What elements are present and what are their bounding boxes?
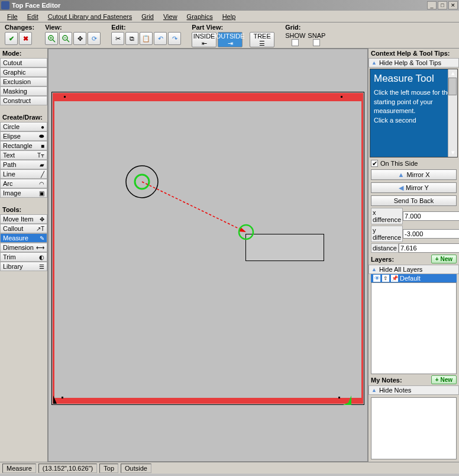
create-image[interactable]: Image▣	[0, 188, 47, 198]
tool-trim[interactable]: Trim◐	[0, 252, 47, 262]
cut-button[interactable]: ✂	[111, 32, 124, 45]
arc-icon: ◠	[39, 181, 44, 187]
window-title: Top Face Editor	[12, 2, 427, 9]
layers-list: 👁 ⇧ 📌 Default	[369, 274, 459, 374]
status-coords: (13.152",10.626")	[38, 464, 97, 473]
copy-button[interactable]: ⧉	[125, 32, 138, 45]
lock-icon[interactable]: ⇧	[382, 275, 389, 282]
create-line[interactable]: Line╱	[0, 169, 47, 179]
pin-icon[interactable]: 📌	[391, 275, 398, 282]
on-this-side-checkbox[interactable]: ✔	[371, 160, 378, 167]
create-elipse[interactable]: Elipse⬬	[0, 131, 47, 141]
refresh-view-button[interactable]: ⟳	[88, 32, 101, 45]
layer-name: Default	[400, 275, 421, 282]
rectangle-shape[interactable]	[245, 234, 324, 261]
menu-grid[interactable]: Grid	[137, 12, 159, 21]
grid-snap-checkbox[interactable]	[313, 39, 320, 46]
collapse-up-icon: ▲	[371, 60, 377, 66]
mirror-x-icon: ▲	[398, 171, 405, 178]
mode-exclusion[interactable]: Exclusion	[0, 77, 47, 86]
redo-button[interactable]: ↷	[168, 32, 181, 45]
inside-button[interactable]: INSIDE⇤	[192, 32, 216, 47]
layers-empty-area[interactable]	[371, 282, 457, 374]
tool-library[interactable]: Library☰	[0, 262, 47, 271]
maximize-button[interactable]: □	[438, 1, 447, 9]
toolbar: Changes: ✔ ✖ View: ✥ ⟳ Edit: ✂ ⧉ 📋 ↶ ↷ P…	[0, 22, 459, 49]
tools-header: Tools:	[0, 205, 47, 214]
create-text[interactable]: TextTᴛ	[0, 150, 47, 160]
distance-input[interactable]	[399, 243, 459, 253]
canvas[interactable]	[48, 49, 368, 462]
new-note-button[interactable]: + New	[431, 375, 457, 384]
hide-help-button[interactable]: ▲Hide Help & Tool Tips	[369, 58, 459, 67]
help-box: Measure Tool Click the left mouse for th…	[370, 69, 458, 157]
menu-graphics[interactable]: Graphics	[182, 12, 218, 21]
mode-graphic[interactable]: Graphic	[0, 67, 47, 77]
callout-icon: ↗T	[36, 226, 44, 232]
zoom-in-button[interactable]	[45, 32, 58, 45]
menu-view[interactable]: View	[159, 12, 182, 21]
tree-button[interactable]: TREE☰	[250, 32, 274, 47]
tool-move-item[interactable]: Move Item✥	[0, 214, 47, 224]
image-icon: ▣	[39, 190, 44, 197]
create-header: Create/Draw:	[0, 112, 47, 122]
tool-callout[interactable]: Callout↗T	[0, 224, 47, 233]
hide-layers-button[interactable]: ▲Hide All Layers	[369, 265, 459, 274]
cancel-button[interactable]: ✖	[19, 32, 32, 45]
mirror-y-button[interactable]: ◀Mirror Y	[371, 182, 457, 193]
outside-button[interactable]: OUTSIDE⇥	[218, 32, 243, 47]
grid-show-checkbox[interactable]	[292, 39, 299, 46]
view-label: View:	[45, 24, 101, 31]
move-icon: ✥	[40, 216, 44, 223]
create-rectangle[interactable]: Rectangle■	[0, 141, 47, 150]
pan-button[interactable]: ✥	[73, 32, 86, 45]
status-tool: Measure	[2, 464, 36, 473]
mode-masking[interactable]: Masking	[0, 86, 47, 96]
on-this-side-label: On This Side	[380, 160, 418, 167]
mirror-x-button[interactable]: ▲Mirror X	[371, 169, 457, 180]
distance-label: distance	[371, 243, 399, 253]
trim-icon: ◐	[39, 254, 44, 260]
zoom-out-button[interactable]	[59, 32, 72, 45]
y-diff-input[interactable]	[403, 229, 459, 239]
close-button[interactable]: ✕	[448, 1, 458, 9]
collapse-up-icon: ▲	[371, 387, 377, 393]
y-diff-label: y difference	[371, 226, 403, 242]
accept-button[interactable]: ✔	[5, 32, 18, 45]
menu-edit[interactable]: Edit	[22, 12, 43, 21]
create-path[interactable]: Path▰	[0, 160, 47, 169]
ellipse-icon: ⬬	[39, 133, 44, 140]
menu-cutout-library[interactable]: Cutout Library and Fasteners	[43, 12, 137, 21]
help-body: Click the left mouse for the starting po…	[374, 88, 454, 125]
create-circle[interactable]: Circle●	[0, 122, 47, 131]
tool-measure[interactable]: Measure✎	[0, 233, 47, 243]
mode-construct[interactable]: Construct	[0, 96, 47, 105]
text-icon: Tᴛ	[37, 152, 44, 159]
hide-notes-button[interactable]: ▲Hide Notes	[369, 385, 459, 395]
menu-file[interactable]: File	[2, 12, 22, 21]
layer-default[interactable]: 👁 ⇧ 📌 Default	[371, 274, 457, 282]
paste-button[interactable]: 📋	[140, 32, 153, 45]
create-arc[interactable]: Arc◠	[0, 179, 47, 188]
mode-cutout[interactable]: Cutout	[0, 58, 47, 67]
rectangle-icon: ■	[41, 143, 44, 149]
menu-help[interactable]: Help	[218, 12, 241, 21]
minimize-button[interactable]: _	[427, 1, 437, 9]
tool-dimension[interactable]: Dimension⟷	[0, 243, 47, 252]
send-to-back-button[interactable]: Send To Back	[371, 195, 457, 206]
library-icon: ☰	[39, 263, 44, 270]
x-diff-input[interactable]	[403, 211, 459, 221]
visibility-icon[interactable]: 👁	[373, 275, 380, 282]
svg-line-1	[53, 40, 55, 42]
menubar: File Edit Cutout Library and Fasteners G…	[0, 11, 459, 22]
notes-header: My Notes:	[371, 377, 402, 384]
undo-button[interactable]: ↶	[154, 32, 167, 45]
help-scrollbar[interactable]: ▴ ▾	[448, 69, 457, 157]
layers-header: Layers:	[371, 256, 394, 263]
notes-box[interactable]	[371, 397, 457, 459]
new-layer-button[interactable]: + New	[431, 255, 457, 263]
statusbar: Measure (13.152",10.626") Top Outside	[0, 462, 459, 474]
help-title: Measure Tool	[374, 73, 454, 85]
circle-icon: ●	[41, 124, 44, 130]
help-scroll-thumb[interactable]	[448, 78, 457, 95]
